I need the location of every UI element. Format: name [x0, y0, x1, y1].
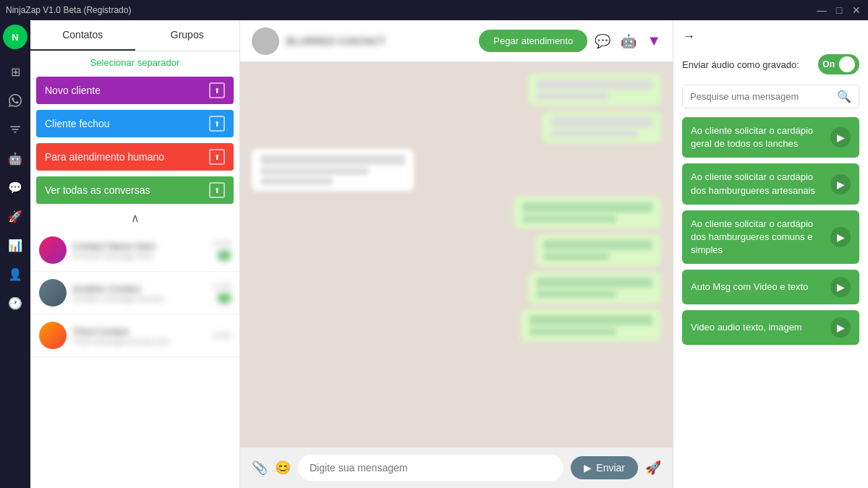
contact-item[interactable]: Third Contact Third message preview text…	[30, 314, 239, 357]
quick-reply-item[interactable]: Auto Msg com Video e texto ▶	[682, 270, 859, 304]
chat-header-icons: 💬 🤖 ▼	[595, 33, 661, 49]
chat-header: BLURRED CONTACT Pegar atendimento 💬 🤖 ▼	[240, 20, 673, 62]
quick-reply-list: Ao cliente solicitar o cardápio geral de…	[682, 117, 859, 345]
quick-reply-text: Ao cliente solicitar o cardápio geral de…	[691, 124, 825, 150]
contact-info: Contact Name Here Preview message here	[72, 241, 207, 260]
window-controls: — □ ✕	[816, 4, 862, 16]
emoji-icon[interactable]: 😊	[275, 460, 291, 476]
quick-reply-item[interactable]: Ao cliente solicitar o cardápio dos hamb…	[682, 210, 859, 265]
filter-closed-icon: ⬆	[209, 116, 225, 132]
contact-badge: 2	[218, 251, 231, 260]
quick-reply-text: Ao cliente solicitar o cardápio dos hamb…	[691, 218, 825, 257]
separator-label[interactable]: Selecionar separador	[30, 51, 239, 74]
contact-name: Another Contact	[72, 283, 207, 294]
audio-toggle[interactable]: On	[818, 54, 859, 74]
message-input[interactable]	[298, 455, 563, 481]
filter-all[interactable]: Ver todas as conversas ⬆	[36, 176, 234, 204]
contact-badge: 1	[218, 294, 231, 303]
contact-tabs: Contatos Grupos	[30, 20, 239, 51]
attachment-icon-area: 📎 😊	[252, 460, 291, 476]
audio-toggle-row: Enviar áudio como gravado: On	[682, 54, 859, 74]
sidebar-icon-rocket[interactable]: 🚀	[3, 204, 27, 228]
sidebar-icon-dashboard[interactable]: ⊞	[3, 59, 27, 84]
filter-new-client[interactable]: Novo cliente ⬆	[36, 77, 234, 104]
chat-contact-name: BLURRED CONTACT	[286, 35, 472, 47]
audio-label: Enviar áudio como gravado:	[682, 59, 799, 70]
toggle-on-label: On	[822, 59, 835, 69]
contact-preview: Preview message here	[72, 252, 207, 260]
chat-avatar	[252, 27, 279, 55]
attachment-icon[interactable]: 📎	[252, 460, 268, 476]
maximize-button[interactable]: □	[833, 4, 845, 16]
message-bubble	[521, 309, 661, 341]
app-title: NinjaZap V1.0 Beta (Registrado)	[6, 5, 131, 15]
message-bubble	[542, 111, 661, 143]
chat-bubble-icon[interactable]: 💬	[595, 33, 610, 49]
contact-preview: Third message preview text	[72, 337, 207, 346]
sidebar-icon-chat[interactable]: 💬	[3, 175, 27, 200]
contact-info: Another Contact Another message preview	[72, 283, 207, 303]
tab-grupos[interactable]: Grupos	[135, 20, 240, 51]
contact-item[interactable]: Contact Name Here Preview message here 1…	[30, 229, 239, 272]
send-icon: ▶	[584, 462, 592, 474]
quick-reply-arrow-icon: ▶	[830, 277, 851, 297]
message-search-input[interactable]	[683, 85, 830, 108]
contact-item[interactable]: Another Contact Another message preview …	[30, 272, 239, 314]
quick-reply-arrow-icon: ▶	[830, 127, 851, 147]
filter-closed-client[interactable]: Cliente fechou ⬆	[36, 110, 234, 137]
pegar-atendimento-button[interactable]: Pegar atendimento	[479, 30, 587, 52]
filter-new-label: Novo cliente	[45, 85, 101, 96]
contact-panel: Contatos Grupos Selecionar separador Nov…	[30, 20, 240, 488]
contact-name: Third Contact	[72, 326, 207, 337]
search-icon[interactable]: 🔍	[830, 90, 859, 103]
sidebar-icon-time[interactable]: 🕐	[3, 291, 27, 315]
sidebar-icon-bot[interactable]: 🤖	[3, 146, 27, 171]
chat-area: BLURRED CONTACT Pegar atendimento 💬 🤖 ▼	[240, 20, 673, 488]
message-bubble	[252, 149, 414, 191]
quick-reply-text: Ao cliente solicitar o cardápio dos hamb…	[691, 171, 825, 197]
close-button[interactable]: ✕	[851, 4, 862, 16]
filter-all-label: Ver todas as conversas	[45, 184, 150, 196]
back-arrow-icon[interactable]: →	[682, 29, 695, 44]
filter-all-icon: ⬆	[209, 182, 225, 198]
quick-reply-text: Auto Msg com Video e texto	[691, 281, 825, 294]
sidebar-icon-user[interactable]: 👤	[3, 262, 27, 286]
filter-icon[interactable]: ▼	[647, 33, 661, 49]
message-search-row: 🔍	[682, 85, 859, 108]
avatar	[39, 279, 67, 307]
tab-contatos[interactable]: Contatos	[30, 20, 135, 51]
chat-input-area: 📎 😊 ▶ Enviar 🚀	[240, 447, 673, 488]
collapse-button[interactable]: ∧	[30, 207, 239, 229]
message-bubble	[528, 272, 661, 304]
filter-human[interactable]: Para atendimento humano ⬆	[36, 143, 234, 171]
contact-meta: 12:00 2	[213, 240, 231, 260]
contact-meta: 10:00	[213, 332, 231, 340]
filter-human-label: Para atendimento humano	[45, 151, 164, 163]
contact-time: 11:30	[213, 283, 231, 291]
contact-time: 10:00	[213, 332, 231, 340]
filter-closed-label: Cliente fechou	[45, 118, 110, 129]
contact-list: Contact Name Here Preview message here 1…	[30, 229, 239, 488]
sidebar: N ⊞ 🤖 💬 🚀 📊 👤 🕐	[0, 20, 30, 488]
quick-reply-item[interactable]: Ao cliente solicitar o cardápio geral de…	[682, 117, 859, 158]
title-bar: NinjaZap V1.0 Beta (Registrado) — □ ✕	[0, 0, 868, 20]
right-panel: → Enviar áudio como gravado: On 🔍 Ao cli…	[673, 20, 868, 488]
message-bubble	[535, 234, 661, 266]
right-panel-header: →	[682, 29, 859, 44]
quick-reply-item[interactable]: Ao cliente solicitar o cardápio dos hamb…	[682, 163, 859, 204]
bot-icon[interactable]: 🤖	[621, 33, 637, 49]
sidebar-icon-whatsapp[interactable]	[3, 88, 27, 113]
filter-human-icon: ⬆	[209, 149, 225, 165]
sidebar-icon-filter[interactable]	[3, 117, 27, 142]
chat-messages	[240, 62, 673, 447]
quick-reply-item[interactable]: Video audio texto, imagem ▶	[682, 310, 859, 345]
minimize-button[interactable]: —	[816, 4, 827, 16]
rocket-icon[interactable]: 🚀	[645, 460, 661, 476]
sidebar-icon-chart[interactable]: 📊	[3, 233, 27, 257]
avatar	[39, 322, 67, 349]
send-button[interactable]: ▶ Enviar	[571, 456, 638, 479]
message-bubble	[514, 197, 661, 228]
quick-reply-arrow-icon: ▶	[830, 174, 851, 194]
filter-new-icon: ⬆	[209, 82, 225, 98]
send-label: Enviar	[596, 462, 625, 474]
